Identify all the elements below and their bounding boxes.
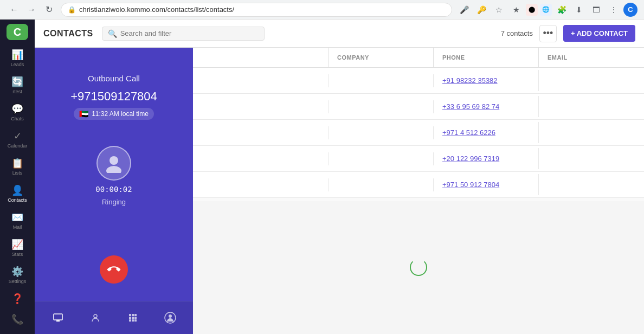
chats-icon: 💬: [11, 103, 23, 115]
call-panel-footer: [35, 301, 193, 334]
ext-red-icon: ⬤: [526, 4, 538, 16]
cell-email: [539, 74, 644, 87]
hangup-button[interactable]: [94, 249, 134, 290]
svg-rect-3: [56, 320, 60, 322]
main-content: CONTACTS 🔍 7 contacts ••• + ADD CONTACT …: [35, 20, 644, 334]
cell-phone[interactable]: +20 122 996 7319: [434, 148, 539, 169]
add-contact-button[interactable]: + ADD CONTACT: [563, 25, 635, 42]
call-status: Ringing: [102, 198, 126, 206]
empty-area: [193, 201, 644, 335]
loading-indicator: [410, 259, 427, 276]
sidebar-item-stats[interactable]: 📈 Stats: [0, 234, 35, 261]
svg-point-1: [106, 166, 121, 173]
page-title: CONTACTS: [43, 29, 93, 38]
help-icon: ❓: [11, 293, 23, 305]
mic-icon[interactable]: 🎤: [456, 2, 472, 17]
svg-rect-9: [132, 317, 134, 319]
phone-icon: 📞: [11, 313, 23, 325]
forward-button[interactable]: →: [24, 2, 39, 17]
cell-phone[interactable]: +91 98232 35382: [434, 70, 539, 91]
search-box[interactable]: 🔍: [102, 27, 265, 41]
cell-email: [539, 152, 644, 165]
sidebar-label-chats: Chats: [11, 116, 24, 121]
cell-phone[interactable]: +971 4 512 6226: [434, 122, 539, 143]
sidebar-item-lists[interactable]: 📋 Lists: [0, 153, 35, 180]
svg-point-0: [110, 156, 118, 165]
puzzle-icon[interactable]: 🧩: [554, 2, 569, 17]
table-row: +20 122 996 7319: [193, 146, 644, 172]
svg-rect-10: [134, 317, 137, 319]
sidebar-label-lists: Lists: [12, 170, 23, 176]
address-bar[interactable]: 🔒 christianziwoio.kommo.com/contacts/lis…: [61, 3, 452, 17]
ext-blue-icon: 🌐: [540, 4, 552, 16]
back-button[interactable]: ←: [7, 2, 22, 17]
browser-chrome: ← → ↻ 🔒 christianziwoio.kommo.com/contac…: [0, 0, 644, 20]
call-duration: 00:00:02: [95, 185, 132, 194]
call-panel: Outbound Call +971509127804 🇦🇪 11:32 AM …: [35, 48, 193, 334]
lock-icon: 🔒: [68, 6, 76, 14]
sidebar-item-help[interactable]: ❓: [0, 288, 35, 309]
refresh-button[interactable]: ↻: [41, 2, 56, 17]
footer-screen-button[interactable]: [48, 308, 68, 327]
calendar-icon: ✓: [14, 130, 22, 142]
contact-count: 7 contacts: [501, 29, 533, 37]
bookmark-icon[interactable]: ☆: [491, 2, 506, 17]
app-logo: C: [7, 24, 28, 40]
cell-company: [329, 178, 434, 191]
pip-icon[interactable]: 🗖: [589, 2, 604, 17]
sidebar-label-rtest: rtest: [12, 89, 22, 94]
leads-icon: 📊: [11, 49, 23, 61]
avatar-section: 00:00:02 Ringing: [95, 146, 132, 206]
flag-icon: 🇦🇪: [79, 110, 88, 118]
sidebar-item-rtest[interactable]: 🔄 rtest: [0, 72, 35, 99]
table-area: COMPANY PHONE EMAIL +91 98232 35382 +3: [193, 48, 644, 334]
cell-email: [539, 126, 644, 139]
sidebar-item-contacts[interactable]: 👤 Contacts: [0, 180, 35, 207]
sidebar-item-phone[interactable]: 📞: [0, 309, 35, 330]
search-icon: 🔍: [108, 29, 117, 38]
stats-icon: 📈: [11, 239, 23, 251]
app-container: C 📊 Leads 🔄 rtest 💬 Chats ✓ Calendar 📋 L…: [0, 20, 644, 334]
call-actions: [35, 245, 193, 301]
sidebar-label-calendar: Calendar: [8, 143, 28, 149]
footer-profile-button[interactable]: [160, 308, 180, 327]
col-header-email: EMAIL: [539, 48, 644, 67]
sidebar-label-settings: Settings: [9, 279, 27, 284]
cell-phone[interactable]: +971 50 912 7804: [434, 174, 539, 195]
search-input[interactable]: [120, 29, 259, 37]
password-icon[interactable]: 🔑: [474, 2, 489, 17]
cell-company: [329, 152, 434, 165]
profile-button[interactable]: C: [623, 3, 637, 17]
cell-phone[interactable]: +33 6 95 69 82 74: [434, 96, 539, 117]
svg-rect-6: [132, 314, 134, 316]
col-header-phone: PHONE: [434, 48, 539, 67]
contacts-icon: 👤: [11, 184, 23, 196]
svg-rect-5: [129, 314, 131, 316]
sidebar-label-mail: Mail: [13, 224, 22, 230]
cell-email: [539, 100, 644, 113]
star-icon[interactable]: ★: [508, 2, 524, 17]
cell-email: [539, 178, 644, 191]
cell-name: [193, 100, 329, 113]
call-type: Outbound Call: [88, 74, 140, 83]
sidebar: C 📊 Leads 🔄 rtest 💬 Chats ✓ Calendar 📋 L…: [0, 20, 35, 334]
sidebar-item-calendar[interactable]: ✓ Calendar: [0, 126, 35, 153]
sidebar-item-chats[interactable]: 💬 Chats: [0, 99, 35, 126]
svg-rect-11: [129, 319, 131, 322]
more-button[interactable]: •••: [539, 25, 557, 42]
menu-icon[interactable]: ⋮: [606, 2, 621, 17]
sidebar-item-leads[interactable]: 📊 Leads: [0, 44, 35, 72]
download-icon[interactable]: ⬇: [571, 2, 587, 17]
footer-grid-button[interactable]: [123, 308, 143, 327]
footer-contact-button[interactable]: [86, 308, 105, 327]
settings-icon: ⚙️: [11, 266, 23, 278]
sidebar-item-settings[interactable]: ⚙️ Settings: [0, 261, 35, 288]
svg-rect-2: [54, 314, 62, 320]
sidebar-item-mail[interactable]: ✉️ Mail: [0, 207, 35, 234]
url-text: christianziwoio.kommo.com/contacts/list/…: [79, 5, 234, 14]
col-header-company: COMPANY: [329, 48, 434, 67]
mail-icon: ✉️: [11, 211, 23, 223]
table-row: +971 4 512 6226: [193, 120, 644, 146]
cell-name: [193, 178, 329, 191]
call-avatar: [96, 146, 131, 181]
